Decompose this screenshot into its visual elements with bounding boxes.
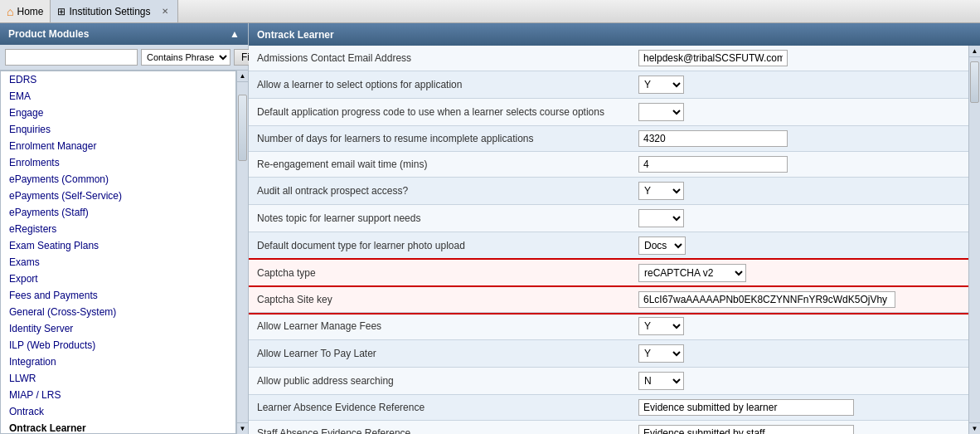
settings-row-captcha-type: Captcha typereCAPTCHA v2reCAPTCHA v3None	[249, 260, 968, 287]
setting-value-admissions-email	[630, 46, 968, 71]
input-absence-evidence[interactable]	[638, 399, 854, 416]
setting-label-notes-topic: Notes topic for learner support needs	[249, 205, 630, 232]
tab-close-button[interactable]: ✕	[159, 6, 171, 17]
sidebar-title: Product Modules	[8, 28, 89, 40]
setting-label-public-address: Allow public address searching	[249, 368, 630, 395]
setting-value-public-address: YN	[630, 368, 968, 395]
select-public-address[interactable]: YN	[638, 372, 684, 390]
sidebar-item-engage[interactable]: Engage	[1, 105, 235, 121]
setting-label-audit-prospect: Audit all ontrack prospect access?	[249, 178, 630, 205]
setting-value-captcha-site-key	[630, 287, 968, 313]
setting-label-learner-select-options: Allow a learner to select options for ap…	[249, 71, 630, 99]
content-scroll-thumb[interactable]	[970, 61, 979, 103]
scroll-down-arrow[interactable]: ▼	[237, 422, 248, 434]
sidebar-item-ilp[interactable]: ILP (Web Products)	[1, 337, 235, 354]
content-scrollbar[interactable]: ▲ ▼	[968, 46, 980, 434]
input-staff-absence-evidence[interactable]	[638, 425, 854, 434]
sidebar-item-epayments-self[interactable]: ePayments (Self-Service)	[1, 188, 235, 204]
main-layout: Product Modules ▲ Contains Phrase Starts…	[0, 23, 980, 434]
content-scroll: Admissions Contact Email AddressAllow a …	[249, 46, 968, 434]
setting-value-allow-pay-later: YN	[630, 340, 968, 368]
select-default-progress-code[interactable]	[638, 103, 684, 121]
setting-value-absence-evidence	[630, 395, 968, 421]
sidebar-item-edrs[interactable]: EDRS	[1, 71, 235, 88]
content-with-scroll: Admissions Contact Email AddressAllow a …	[249, 46, 980, 434]
settings-row-captcha-site-key: Captcha Site key	[249, 287, 968, 313]
sidebar: Product Modules ▲ Contains Phrase Starts…	[0, 23, 249, 434]
settings-row-staff-absence-evidence: Staff Absence Evidence Reference	[249, 421, 968, 435]
title-bar: ⌂ Home ⊞ Institution Settings ✕	[0, 0, 980, 23]
setting-label-allow-pay-later: Allow Learner To Pay Later	[249, 340, 630, 368]
sidebar-item-ontrack[interactable]: Ontrack	[1, 403, 235, 420]
setting-value-default-doc-type: DocsOther	[630, 232, 968, 260]
setting-value-audit-prospect: YN	[630, 178, 968, 205]
setting-value-staff-absence-evidence	[630, 421, 968, 435]
settings-row-default-doc-type: Default document type for learner photo …	[249, 232, 968, 260]
sidebar-list-container: EDRSEMAEngageEnquiriesEnrolment ManagerE…	[0, 71, 248, 434]
sidebar-item-exam-seating[interactable]: Exam Seating Plans	[1, 237, 235, 254]
settings-row-resume-days: Number of days for learners to resume in…	[249, 126, 968, 152]
content-title: Ontrack Learner	[257, 29, 334, 41]
select-audit-prospect[interactable]: YN	[638, 182, 684, 200]
settings-row-allow-pay-later: Allow Learner To Pay LaterYN	[249, 340, 968, 368]
sidebar-item-enquiries[interactable]: Enquiries	[1, 121, 235, 138]
tab-home-label: Home	[17, 6, 43, 17]
input-reengagement-wait[interactable]	[638, 156, 788, 173]
sidebar-item-integration[interactable]: Integration	[1, 354, 235, 370]
sidebar-scrollbar[interactable]: ▲ ▼	[236, 71, 248, 434]
sidebar-item-llwr[interactable]: LLWR	[1, 370, 235, 387]
search-filter-select[interactable]: Contains Phrase Starts With Ends With	[141, 49, 230, 66]
setting-value-resume-days	[630, 126, 968, 152]
settings-row-learner-select-options: Allow a learner to select options for ap…	[249, 71, 968, 99]
sidebar-item-exams[interactable]: Exams	[1, 254, 235, 271]
select-allow-manage-fees[interactable]: YN	[638, 317, 684, 335]
sidebar-item-miap-lrs[interactable]: MIAP / LRS	[1, 387, 235, 403]
sidebar-item-epayments-staff[interactable]: ePayments (Staff)	[1, 204, 235, 221]
select-notes-topic[interactable]	[638, 209, 684, 227]
sidebar-item-enrolments[interactable]: Enrolments	[1, 154, 235, 171]
select-captcha-type[interactable]: reCAPTCHA v2reCAPTCHA v3None	[638, 264, 746, 282]
setting-value-default-progress-code	[630, 99, 968, 126]
setting-value-captcha-type: reCAPTCHA v2reCAPTCHA v3None	[630, 260, 968, 287]
tab-institution-settings[interactable]: ⊞ Institution Settings ✕	[51, 0, 177, 22]
sidebar-item-identity-server[interactable]: Identity Server	[1, 320, 235, 337]
tab-home[interactable]: ⌂ Home	[0, 0, 51, 22]
scroll-thumb[interactable]	[238, 95, 247, 161]
sidebar-item-eregisters[interactable]: eRegisters	[1, 221, 235, 237]
content-header: Ontrack Learner	[249, 23, 980, 46]
setting-value-notes-topic	[630, 205, 968, 232]
setting-label-captcha-site-key: Captcha Site key	[249, 287, 630, 313]
sidebar-header: Product Modules ▲	[0, 23, 248, 45]
sidebar-item-fees-payments[interactable]: Fees and Payments	[1, 287, 235, 304]
search-input[interactable]	[5, 49, 138, 66]
setting-label-admissions-email: Admissions Contact Email Address	[249, 46, 630, 71]
sidebar-item-epayments-common[interactable]: ePayments (Common)	[1, 171, 235, 188]
settings-icon: ⊞	[57, 6, 65, 17]
setting-label-reengagement-wait: Re-engagement email wait time (mins)	[249, 152, 630, 178]
select-learner-select-options[interactable]: YN	[638, 76, 684, 94]
select-allow-pay-later[interactable]: YN	[638, 344, 684, 363]
sidebar-item-ema[interactable]: EMA	[1, 88, 235, 105]
input-resume-days[interactable]	[638, 130, 788, 147]
scroll-up-arrow[interactable]: ▲	[237, 71, 248, 82]
sidebar-item-enrolment-manager[interactable]: Enrolment Manager	[1, 138, 235, 154]
sidebar-item-general[interactable]: General (Cross-System)	[1, 304, 235, 320]
setting-label-default-doc-type: Default document type for learner photo …	[249, 232, 630, 260]
sidebar-collapse-icon[interactable]: ▲	[230, 28, 240, 40]
setting-value-allow-manage-fees: YN	[630, 313, 968, 340]
sidebar-item-ontrack-learner[interactable]: Ontrack Learner	[1, 420, 235, 434]
sidebar-item-export[interactable]: Export	[1, 271, 235, 287]
setting-label-default-progress-code: Default application progress code to use…	[249, 99, 630, 126]
select-default-doc-type[interactable]: DocsOther	[638, 237, 686, 255]
settings-row-audit-prospect: Audit all ontrack prospect access?YN	[249, 178, 968, 205]
setting-label-staff-absence-evidence: Staff Absence Evidence Reference	[249, 421, 630, 435]
sidebar-list: EDRSEMAEngageEnquiriesEnrolment ManagerE…	[0, 71, 236, 434]
setting-value-reengagement-wait	[630, 152, 968, 178]
input-captcha-site-key[interactable]	[638, 291, 895, 308]
content-scroll-down[interactable]: ▼	[969, 422, 980, 434]
settings-row-admissions-email: Admissions Contact Email Address	[249, 46, 968, 71]
input-admissions-email[interactable]	[638, 50, 788, 66]
settings-row-notes-topic: Notes topic for learner support needs	[249, 205, 968, 232]
content-scroll-up[interactable]: ▲	[969, 46, 980, 57]
tab-institution-settings-label: Institution Settings	[69, 6, 150, 17]
